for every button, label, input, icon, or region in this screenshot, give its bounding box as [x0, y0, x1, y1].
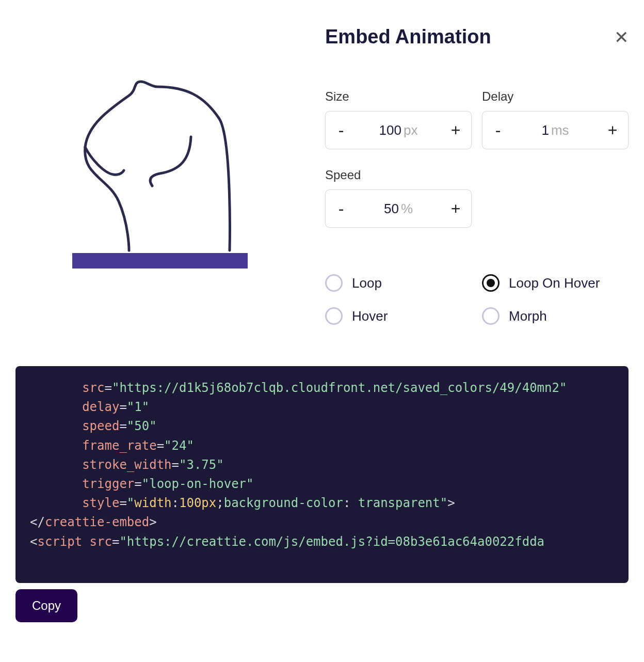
delay-increment-button[interactable]: +: [597, 121, 628, 140]
speed-unit: %: [401, 201, 413, 217]
embed-code-block[interactable]: src="https://d1k5j68ob7clqb.cloudfront.n…: [15, 366, 629, 583]
radio-loop-label: Loop: [352, 275, 382, 291]
delay-value: 1: [541, 122, 549, 138]
size-increment-button[interactable]: +: [440, 121, 471, 140]
stepper-row-1: Size - 100px + Delay - 1ms: [325, 89, 629, 149]
radio-hover-label: Hover: [352, 308, 388, 324]
radio-circle-icon: [482, 307, 500, 325]
copy-button[interactable]: Copy: [15, 589, 77, 622]
radio-circle-icon: [325, 307, 343, 325]
spacer: [482, 168, 629, 228]
delay-decrement-button[interactable]: -: [482, 121, 513, 140]
radio-loop[interactable]: Loop: [325, 274, 472, 292]
size-decrement-button[interactable]: -: [326, 121, 357, 140]
radio-dot-icon: [487, 279, 495, 287]
animation-preview: [15, 15, 304, 305]
speed-decrement-button[interactable]: -: [326, 199, 357, 218]
chess-knight-icon: [41, 41, 279, 279]
delay-label: Delay: [482, 89, 629, 104]
radio-morph[interactable]: Morph: [482, 307, 629, 325]
speed-value: 50: [384, 201, 399, 217]
size-label: Size: [325, 89, 472, 104]
delay-stepper: - 1ms +: [482, 111, 629, 149]
embed-animation-modal: Embed Animation ✕ Size - 100px + Delay: [15, 15, 629, 647]
size-group: Size - 100px +: [325, 89, 472, 149]
size-stepper: - 100px +: [325, 111, 472, 149]
delay-value-wrap: 1ms: [513, 122, 597, 138]
radio-loop-on-hover-label: Loop On Hover: [509, 275, 600, 291]
size-value: 100: [379, 122, 401, 138]
trigger-radio-group: Loop Loop On Hover Hover Morph: [325, 274, 629, 325]
speed-stepper: - 50% +: [325, 190, 472, 228]
radio-hover[interactable]: Hover: [325, 307, 472, 325]
speed-group: Speed - 50% +: [325, 168, 472, 228]
radio-circle-selected-icon: [482, 274, 500, 292]
radio-circle-icon: [325, 274, 343, 292]
speed-label: Speed: [325, 168, 472, 182]
radio-morph-label: Morph: [509, 308, 547, 324]
speed-increment-button[interactable]: +: [440, 199, 471, 218]
size-unit: px: [404, 122, 417, 138]
svg-rect-0: [72, 253, 248, 269]
stepper-row-2: Speed - 50% +: [325, 168, 629, 228]
delay-unit: ms: [551, 122, 569, 138]
size-value-wrap: 100px: [357, 122, 440, 138]
radio-loop-on-hover[interactable]: Loop On Hover: [482, 274, 629, 292]
controls-panel: Embed Animation ✕ Size - 100px + Delay: [325, 15, 629, 325]
delay-group: Delay - 1ms +: [482, 89, 629, 149]
close-icon[interactable]: ✕: [614, 28, 629, 46]
modal-title: Embed Animation: [325, 26, 491, 48]
top-row: Embed Animation ✕ Size - 100px + Delay: [15, 15, 629, 325]
speed-value-wrap: 50%: [357, 201, 440, 217]
modal-header: Embed Animation ✕: [325, 26, 629, 48]
